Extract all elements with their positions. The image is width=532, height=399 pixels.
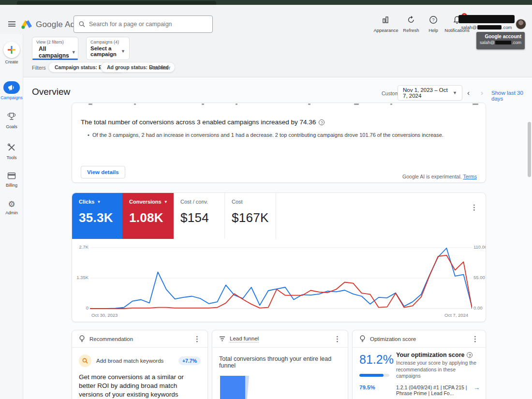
- funnel-filter-icon: [219, 336, 225, 341]
- chart-card-kebab-menu[interactable]: ⋮: [471, 204, 478, 211]
- add-filter-button[interactable]: Add filter: [150, 65, 170, 71]
- header-actions: Appearance Refresh ? Help: [373, 15, 471, 33]
- chevron-down-icon: ▼: [97, 200, 101, 204]
- google-account-tooltip: Google account salah@.com: [476, 32, 525, 49]
- recommendation-heading: Get more conversions at a similar or bet…: [72, 369, 207, 399]
- optimization-progress-fill: [359, 374, 384, 377]
- uplift-badge: +7.7%: [178, 356, 201, 365]
- help-circle-icon[interactable]: ?: [319, 119, 325, 125]
- recommendation-card: Recommendation ⋮ Add broad match keyword…: [72, 330, 208, 399]
- lead-funnel-chart[interactable]: [220, 376, 278, 399]
- right-axis-tick-zero: 0.00: [473, 305, 483, 310]
- google-ads-logo[interactable]: Google Ads: [21, 18, 79, 31]
- campaign-score-pct: 79.5%: [359, 384, 375, 390]
- metric-tile-cost-per-conv[interactable]: Cost / conv. $154: [174, 193, 225, 239]
- custom-label: Custom: [382, 90, 399, 96]
- next-period-chevron[interactable]: ›: [481, 89, 483, 97]
- funnel-shape-edge: [245, 376, 249, 399]
- scrollbar-thumb[interactable]: [528, 122, 531, 177]
- left-axis-tick-mid: 1.35K: [75, 275, 89, 280]
- x-axis-start-label: Oct 30, 2023: [91, 312, 118, 318]
- right-axis-tick-top: 110.00: [473, 244, 486, 250]
- optimization-info: Your optimization score? Increase your s…: [396, 352, 479, 380]
- x-axis-end-label: Oct 7, 2024: [444, 312, 468, 318]
- refresh-icon: [407, 15, 415, 24]
- show-last-30-days-link[interactable]: Show last 30 days: [491, 90, 532, 102]
- app-header: Google Ads Appearance Re: [0, 5, 532, 34]
- sidebar: Create Campaigns Goals: [0, 34, 23, 399]
- browser-tab-sliver: [17, 1, 216, 5]
- chevron-down-icon: ▼: [453, 90, 457, 95]
- tooltip-email-redacted: [495, 41, 512, 44]
- keyword-search-icon: [82, 358, 88, 364]
- admin-gear-icon: ⚙: [8, 200, 15, 209]
- product-name: Google Ads: [36, 20, 79, 30]
- view-dropdown[interactable]: View (2 filters) All campaigns ▼: [32, 37, 78, 60]
- campaign-select-dropdown[interactable]: Campaigns (4) Select a campaign ▼: [86, 37, 130, 60]
- insight-bullet: • Of the 3 campaigns, 2 had an increase …: [88, 132, 470, 138]
- sidebar-item-create[interactable]: Create: [0, 42, 23, 64]
- campaign-score-name[interactable]: 1.2.1 (04/09/24) #1 | tCPA 215 | Phrase …: [396, 384, 470, 396]
- insight-headline: The total number of conversions across 3…: [81, 118, 325, 126]
- ai-experimental-note: Google AI is experimental. Terms: [402, 174, 477, 179]
- account-name-redacted: [458, 15, 515, 23]
- refresh-button[interactable]: Refresh: [399, 15, 424, 33]
- recommendation-item-label: Add broad match keywords: [96, 358, 163, 364]
- conversions-line: [90, 255, 472, 309]
- overview-bar: Overview Custom Nov 1, 2023 – Oct 7, 202…: [23, 78, 532, 105]
- help-circle-icon[interactable]: ?: [467, 352, 473, 358]
- chevron-down-icon: ▼: [164, 200, 168, 204]
- lead-funnel-title[interactable]: Lead funnel: [230, 336, 259, 342]
- recommendation-item-row[interactable]: Add broad match keywords +7.7%: [72, 348, 207, 369]
- campaign-score-arrow[interactable]: →: [473, 384, 480, 391]
- lead-funnel-card: Lead funnel ⋮ Total conversions through …: [212, 330, 348, 399]
- prev-period-chevron[interactable]: ‹: [467, 89, 470, 97]
- optimization-title: Optimization score: [370, 336, 416, 342]
- filters-label: Filters: [32, 65, 46, 71]
- optimization-score-card: Optimization score ⋮ 81.2% Your optimiza…: [352, 330, 486, 399]
- sidebar-item-campaigns[interactable]: Campaigns: [0, 81, 23, 100]
- chevron-down-icon: ▼: [121, 49, 125, 54]
- appearance-button[interactable]: Appearance: [373, 15, 399, 33]
- overview-chart[interactable]: [90, 247, 472, 310]
- campaigns-megaphone-icon: [8, 84, 15, 91]
- lead-funnel-text: Total conversions through your entire le…: [212, 348, 348, 369]
- sidebar-item-billing[interactable]: Billing: [0, 172, 23, 188]
- search-input[interactable]: [89, 21, 207, 28]
- browser-top-strip: [0, 0, 532, 5]
- chevron-down-icon: ▼: [72, 50, 76, 55]
- menu-icon[interactable]: [8, 21, 15, 27]
- sidebar-item-admin[interactable]: ⚙ Admin: [0, 200, 23, 215]
- help-button[interactable]: ? Help: [424, 15, 443, 33]
- avatar[interactable]: [516, 19, 526, 30]
- clipped-text-fragments: [81, 103, 486, 105]
- active-view-underline: [32, 59, 78, 60]
- date-range-dropdown[interactable]: Nov 1, 2023 – Oct 7, 2024 ▼: [398, 85, 462, 101]
- search-bar[interactable]: [74, 15, 213, 33]
- tools-icon: [7, 143, 16, 152]
- search-icon: [79, 21, 85, 28]
- right-axis-tick-mid: 55.00: [473, 275, 485, 280]
- main-content: The total number of conversions across 3…: [23, 105, 532, 399]
- goals-trophy-icon: [7, 112, 16, 121]
- create-plus-icon: [7, 45, 16, 54]
- lead-funnel-card-header: Lead funnel ⋮: [212, 330, 348, 348]
- view-details-button[interactable]: View details: [81, 166, 125, 178]
- metric-tile-clicks[interactable]: Clicks▼ 35.3K: [72, 193, 122, 239]
- metric-tile-conversions[interactable]: Conversions▼ 1.08K: [122, 193, 174, 239]
- lead-funnel-kebab-menu[interactable]: ⋮: [334, 335, 341, 342]
- recommendation-kebab-menu[interactable]: ⋮: [193, 335, 201, 342]
- optimization-score-value: 81.2%: [359, 353, 394, 367]
- left-axis-tick-top: 2.7K: [78, 244, 89, 250]
- sidebar-item-tools[interactable]: Tools: [0, 143, 23, 160]
- terms-link[interactable]: Terms: [463, 174, 477, 179]
- left-axis-tick-zero: 0: [85, 305, 89, 310]
- metric-tile-cost[interactable]: Cost $167K: [225, 193, 276, 239]
- email-redacted: [477, 25, 502, 30]
- optimization-kebab-menu[interactable]: ⋮: [472, 335, 479, 342]
- sidebar-item-goals[interactable]: Goals: [0, 112, 23, 129]
- billing-card-icon: [7, 172, 16, 179]
- lightbulb-icon: [79, 335, 85, 342]
- recommendation-title: Recommendation: [89, 336, 133, 342]
- help-icon: ?: [429, 15, 438, 24]
